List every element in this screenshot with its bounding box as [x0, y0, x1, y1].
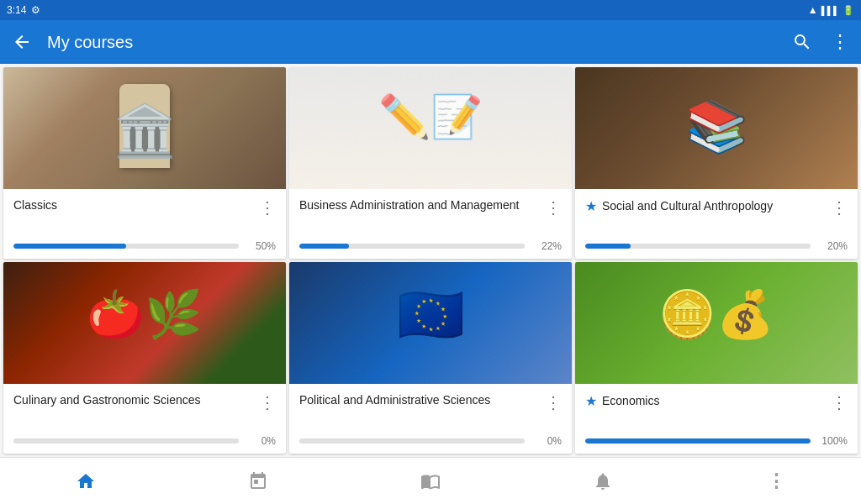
course-card-business[interactable]: Business Administration and Management ⋮…: [289, 67, 572, 259]
app-bar-title: My courses: [47, 33, 777, 52]
search-button[interactable]: [790, 30, 814, 54]
nav-home[interactable]: [0, 458, 172, 504]
bottom-nav: ⋮: [0, 457, 861, 504]
wifi-icon: ▲: [808, 4, 818, 16]
course-grid: Classics ⋮ 50% Business Administration a…: [0, 64, 861, 457]
course-card-economics[interactable]: ★ Economics ⋮ 100%: [575, 262, 858, 454]
more-options-button[interactable]: ⋮: [827, 30, 851, 54]
battery-icon: 🔋: [843, 5, 854, 16]
course-card-classics[interactable]: Classics ⋮ 50%: [3, 67, 286, 259]
course-more-button-economics[interactable]: ⋮: [831, 392, 848, 412]
star-icon-anthropology: ★: [585, 197, 597, 216]
course-more-button-business[interactable]: ⋮: [545, 197, 562, 218]
status-right: ▲ ▌▌▌ 🔋: [808, 4, 854, 16]
back-button[interactable]: [10, 30, 34, 54]
course-card-culinary[interactable]: Culinary and Gastronomic Sciences ⋮ 0%: [3, 262, 286, 454]
progress-bar-fill-anthropology: [585, 244, 631, 249]
progress-bar-fill-classics: [13, 244, 126, 249]
star-icon-economics: ★: [585, 392, 597, 411]
course-title-political: Political and Administrative Sciences: [299, 392, 541, 409]
progress-text-classics: 50%: [246, 240, 276, 252]
course-image-culinary: [3, 262, 286, 384]
progress-bar-fill-economics: [585, 438, 811, 444]
nav-calendar[interactable]: [172, 458, 345, 504]
course-title-row-culinary: Culinary and Gastronomic Sciences ⋮: [13, 392, 276, 412]
course-more-button-anthropology[interactable]: ⋮: [831, 197, 848, 218]
progress-row-business: 22%: [299, 240, 562, 252]
course-image-business: [289, 67, 572, 189]
nav-courses[interactable]: [345, 458, 517, 504]
course-title-economics: ★ Economics: [585, 392, 827, 411]
course-more-button-political[interactable]: ⋮: [545, 392, 562, 412]
progress-text-economics: 100%: [817, 435, 848, 447]
course-title-classics: Classics: [13, 197, 256, 214]
course-body-political: Political and Administrative Sciences ⋮ …: [289, 384, 572, 454]
status-bar: 3:14 ⚙ ▲ ▌▌▌ 🔋: [0, 0, 861, 20]
course-title-row-business: Business Administration and Management ⋮: [299, 197, 562, 218]
course-image-anthropology: [575, 67, 858, 189]
progress-text-culinary: 0%: [246, 435, 276, 447]
course-more-button-culinary[interactable]: ⋮: [259, 392, 276, 412]
course-title-anthropology: ★ Social and Cultural Anthropology: [585, 197, 827, 216]
course-title-row-anthropology: ★ Social and Cultural Anthropology ⋮: [585, 197, 848, 218]
course-more-button-classics[interactable]: ⋮: [259, 197, 276, 218]
signal-icon: ▌▌▌: [821, 6, 839, 15]
progress-row-culinary: 0%: [13, 435, 276, 447]
progress-text-business: 22%: [531, 240, 562, 252]
progress-bar-bg-political: [299, 438, 525, 444]
course-title-row: Classics ⋮: [13, 197, 276, 218]
course-body-business: Business Administration and Management ⋮…: [289, 189, 572, 259]
course-image-political: [289, 262, 572, 384]
progress-bar-bg-anthropology: [585, 244, 811, 249]
course-title-row-political: Political and Administrative Sciences ⋮: [299, 392, 562, 412]
progress-row-anthropology: 20%: [585, 240, 848, 252]
course-image-classics: [3, 67, 286, 189]
progress-text-anthropology: 20%: [817, 240, 848, 252]
progress-bar-fill-business: [299, 244, 349, 249]
progress-bar-bg-economics: [585, 438, 811, 444]
course-body-anthropology: ★ Social and Cultural Anthropology ⋮ 20%: [575, 189, 858, 259]
status-time: 3:14: [7, 4, 26, 16]
progress-row-political: 0%: [299, 435, 562, 447]
app-bar: My courses ⋮: [0, 20, 861, 64]
status-left: 3:14 ⚙: [7, 4, 40, 16]
nav-notifications[interactable]: [516, 458, 689, 504]
course-title-culinary: Culinary and Gastronomic Sciences: [13, 392, 256, 409]
progress-bar-bg-culinary: [13, 438, 239, 444]
progress-bar-bg-business: [299, 244, 525, 249]
course-body-economics: ★ Economics ⋮ 100%: [575, 384, 858, 454]
progress-bar-bg-classics: [13, 244, 239, 249]
progress-text-political: 0%: [531, 435, 562, 447]
settings-icon: ⚙: [31, 4, 40, 16]
progress-row-economics: 100%: [585, 435, 848, 447]
nav-more[interactable]: ⋮: [689, 458, 861, 504]
course-card-political[interactable]: Political and Administrative Sciences ⋮ …: [289, 262, 572, 454]
course-title-row-economics: ★ Economics ⋮: [585, 392, 848, 412]
course-card-anthropology[interactable]: ★ Social and Cultural Anthropology ⋮ 20%: [575, 67, 858, 259]
course-body-classics: Classics ⋮ 50%: [3, 189, 286, 259]
course-body-culinary: Culinary and Gastronomic Sciences ⋮ 0%: [3, 384, 286, 454]
course-title-business: Business Administration and Management: [299, 197, 541, 214]
progress-row-classics: 50%: [13, 240, 276, 252]
course-image-economics: [575, 262, 858, 384]
